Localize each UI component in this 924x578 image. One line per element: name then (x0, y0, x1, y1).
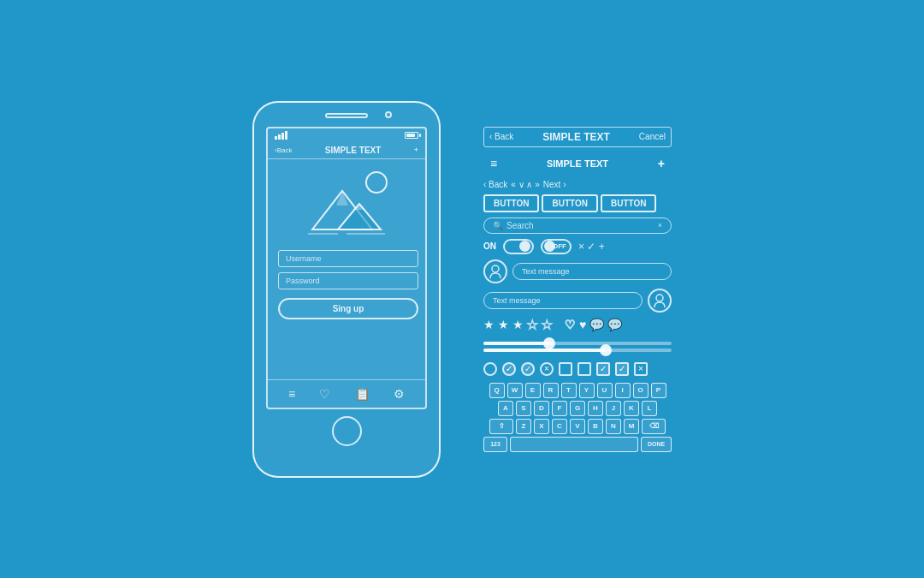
key-n[interactable]: N (606, 419, 621, 434)
chat-icon[interactable]: 💬 (607, 318, 622, 331)
key-r[interactable]: R (543, 383, 559, 398)
checkbox-checked-2[interactable]: ✓ (615, 362, 629, 376)
key-l[interactable]: L (642, 401, 657, 416)
phone-form: Username Password Sing up (268, 245, 425, 325)
checkbox-empty-2[interactable] (578, 362, 591, 376)
key-j[interactable]: J (606, 401, 621, 416)
radio-empty[interactable] (483, 362, 497, 376)
key-s[interactable]: S (516, 401, 531, 416)
key-shift[interactable]: ⇧ (489, 419, 513, 434)
key-backspace[interactable]: ⌫ (642, 419, 666, 434)
svg-point-5 (492, 265, 499, 272)
slider-top[interactable] (483, 342, 672, 345)
key-p[interactable]: P (651, 383, 666, 398)
star-4[interactable]: ★ (527, 318, 538, 331)
menu-bar: ≡ SIMPLE TEXT + (483, 152, 672, 175)
nav-title: SIMPLE TEXT (325, 146, 382, 155)
checkbox-row: ✓ ✓ × ✓ ✓ × (483, 362, 672, 376)
tab-menu-icon[interactable]: ≡ (288, 387, 295, 401)
tab-heart-icon[interactable]: ♡ (319, 387, 330, 401)
nav-title-label: SIMPLE TEXT (542, 131, 610, 143)
avatar-right (648, 289, 672, 313)
toggle-on-label: ON (483, 241, 496, 251)
button-2[interactable]: BUTTON (542, 194, 597, 212)
radio-checked[interactable]: ✓ (502, 362, 516, 376)
svg-point-6 (656, 295, 663, 301)
key-x[interactable]: X (534, 419, 549, 434)
key-q[interactable]: Q (489, 383, 505, 398)
back-button[interactable]: ‹Back (275, 146, 292, 154)
search-bar[interactable]: 🔍 Search × (483, 217, 672, 234)
phone-speaker (325, 113, 368, 118)
star-5[interactable]: ★ (542, 318, 553, 331)
checkbox-checked[interactable]: ✓ (596, 362, 610, 376)
key-z[interactable]: Z (516, 419, 531, 434)
comment-icon[interactable]: 💬 (589, 318, 604, 331)
key-m[interactable]: M (624, 419, 639, 434)
key-g[interactable]: G (570, 401, 585, 416)
key-b[interactable]: B (588, 419, 603, 434)
button-1[interactable]: BUTTON (483, 194, 539, 212)
toggle-off-switch[interactable]: OFF (541, 239, 572, 254)
phone-status-bar (268, 128, 425, 142)
toggle-on-switch[interactable] (503, 239, 534, 254)
menu-plus-button[interactable]: + (658, 157, 665, 170)
hamburger-menu-button[interactable]: ≡ (490, 157, 497, 170)
mountain-illustration (295, 165, 398, 238)
plus-button[interactable]: + (414, 146, 418, 154)
radio-checked-2[interactable]: ✓ (521, 362, 535, 376)
checkbox-empty[interactable] (559, 362, 572, 376)
key-f[interactable]: F (552, 401, 567, 416)
key-a[interactable]: A (498, 401, 513, 416)
chat-text-left: Text message (512, 263, 672, 280)
password-field[interactable]: Password (278, 272, 418, 289)
key-space[interactable] (510, 437, 638, 452)
button-3[interactable]: BUTTON (601, 194, 656, 212)
username-field[interactable]: Username (278, 250, 418, 267)
key-done[interactable]: DONE (641, 437, 672, 452)
key-h[interactable]: H (588, 401, 603, 416)
nav-cancel-button[interactable]: Cancel (639, 132, 666, 141)
home-button[interactable] (332, 416, 362, 446)
breadcrumb-row: ‹ Back « ∨ ∧ » Next › (483, 180, 672, 189)
key-d[interactable]: D (534, 401, 549, 416)
key-y[interactable]: Y (579, 383, 595, 398)
keyboard-row-2: A S D F G H J K L (483, 401, 672, 416)
phone-image-area (268, 159, 425, 245)
key-v[interactable]: V (570, 419, 585, 434)
key-123[interactable]: 123 (483, 437, 507, 452)
key-c[interactable]: C (552, 419, 567, 434)
tab-settings-icon[interactable]: ⚙ (394, 387, 405, 401)
star-3[interactable]: ★ (512, 318, 524, 331)
avatar-left (483, 259, 507, 283)
key-u[interactable]: U (597, 383, 613, 398)
key-t[interactable]: T (561, 383, 577, 398)
keyboard-row-1: Q W E R T Y U I O P (483, 383, 672, 398)
search-clear-button[interactable]: × (658, 221, 662, 229)
keyboard-row-4: 123 DONE (483, 437, 672, 452)
search-placeholder: Search (506, 221, 534, 230)
breadcrumb-back[interactable]: ‹ Back (483, 180, 507, 189)
slider-bottom[interactable] (483, 349, 672, 352)
checkbox-x[interactable]: × (634, 362, 648, 376)
key-k[interactable]: K (624, 401, 639, 416)
rating-row: ★ ★ ★ ★ ★ ♡ ♥ 💬 💬 (483, 318, 672, 331)
keyboard: Q W E R T Y U I O P A S D F G H J K L (483, 383, 672, 452)
star-1[interactable]: ★ (483, 318, 495, 331)
tab-notes-icon[interactable]: 📋 (355, 387, 370, 401)
radio-x[interactable]: × (540, 362, 554, 376)
key-o[interactable]: O (633, 383, 649, 398)
star-2[interactable]: ★ (498, 318, 509, 331)
phone-tab-bar: ≡ ♡ 📋 ⚙ (268, 379, 425, 408)
key-i[interactable]: I (615, 383, 631, 398)
key-e[interactable]: E (525, 383, 541, 398)
key-w[interactable]: W (507, 383, 523, 398)
breadcrumb-next[interactable]: Next › (543, 180, 566, 189)
heart-empty[interactable]: ♡ (565, 318, 576, 331)
signup-button[interactable]: Sing up (278, 298, 418, 319)
breadcrumb-chevrons: « ∨ ∧ » (511, 180, 539, 189)
heart-filled[interactable]: ♥ (579, 318, 586, 331)
nav-back-button[interactable]: ‹ Back (489, 132, 513, 141)
menu-title-label: SIMPLE TEXT (547, 158, 608, 169)
chat-bubble-left: Text message (483, 259, 672, 283)
